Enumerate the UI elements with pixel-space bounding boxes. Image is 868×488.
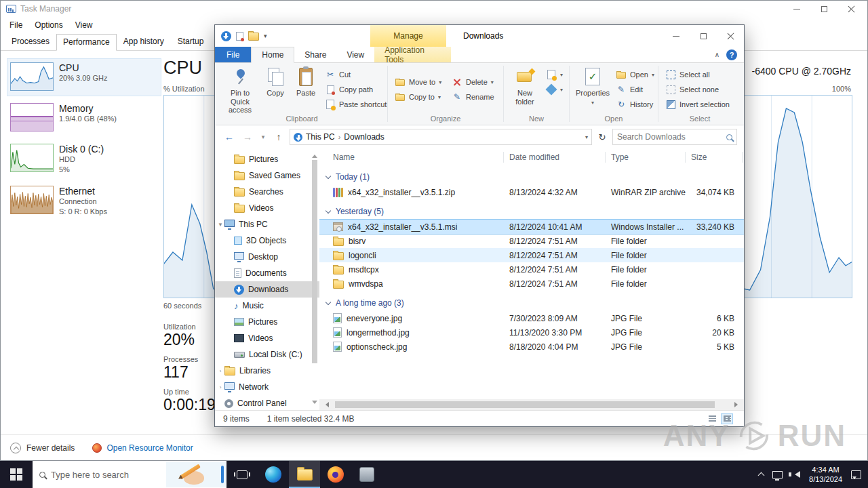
perf-item-memory[interactable]: Memory 1.9/4.0 GB (48%) bbox=[7, 100, 161, 136]
file-row-folder-wmvdspa[interactable]: wmvdspa 8/12/2024 7:51 AM File folder bbox=[319, 277, 744, 291]
edit-button[interactable]: ✎ Edit bbox=[612, 82, 654, 97]
edge-browser-button[interactable] bbox=[258, 461, 289, 488]
column-header-date-modified[interactable]: Date modified bbox=[504, 152, 606, 163]
search-highlight-image[interactable] bbox=[166, 462, 226, 487]
explorer-close-button[interactable] bbox=[717, 25, 744, 47]
tm-close-button[interactable] bbox=[837, 1, 865, 17]
tab-startup[interactable]: Startup bbox=[171, 33, 211, 50]
file-row-jpg-longermethod[interactable]: longermethod.jpg 11/13/2020 3:30 PM JPG … bbox=[319, 325, 744, 340]
group-header-long-time-ago[interactable]: A long time ago (3) bbox=[319, 295, 744, 311]
nav-item-libraries[interactable]: ›Libraries bbox=[215, 363, 319, 379]
tab-home[interactable]: Home bbox=[251, 47, 294, 63]
breadcrumb-this-pc[interactable]: This PC bbox=[306, 132, 335, 142]
nav-item-downloads[interactable]: Downloads bbox=[215, 281, 319, 298]
perf-item-ethernet[interactable]: Ethernet Connection S: 0 R: 0 Kbps bbox=[7, 182, 161, 220]
file-row-folder-msdtcpx[interactable]: msdtcpx 8/12/2024 7:51 AM File folder bbox=[319, 262, 744, 277]
nav-item-local-disk-c[interactable]: Local Disk (C:) bbox=[215, 346, 319, 363]
tm-minimize-button[interactable] bbox=[783, 1, 810, 17]
horizontal-scrollbar[interactable] bbox=[319, 399, 744, 410]
menu-file[interactable]: File bbox=[3, 18, 28, 32]
file-row-folder-bisrv[interactable]: bisrv 8/12/2024 7:51 AM File folder bbox=[319, 234, 744, 248]
recent-locations-dropdown-icon[interactable]: ▾ bbox=[258, 134, 268, 140]
pin-to-quick-access-button[interactable]: Pin to Quick access bbox=[220, 64, 260, 115]
speaker-icon[interactable] bbox=[791, 471, 800, 478]
expander-closed-icon[interactable]: › bbox=[217, 384, 224, 390]
open-resource-monitor-link[interactable]: Open Resource Monitor bbox=[92, 443, 193, 453]
tab-view[interactable]: View bbox=[336, 47, 374, 62]
cut-button[interactable]: ✂ Cut bbox=[321, 67, 384, 82]
group-header-today[interactable]: Today (1) bbox=[319, 169, 744, 185]
explorer-minimize-button[interactable] bbox=[663, 25, 690, 47]
file-row-jpg-eneveryone[interactable]: eneveryone.jpg 7/30/2023 8:09 AM JPG Fil… bbox=[319, 311, 744, 325]
scrollbar-thumb[interactable] bbox=[312, 160, 317, 363]
nav-item-pictures-quickaccess[interactable]: Pictures bbox=[215, 151, 319, 167]
scroll-left-icon[interactable] bbox=[323, 402, 329, 407]
paste-shortcut-button[interactable]: Paste shortcut bbox=[321, 97, 384, 112]
file-row-zip[interactable]: x64_x32_installer__v3.5.1.zip 8/13/2024 … bbox=[319, 185, 744, 199]
nav-item-music[interactable]: ♪Music bbox=[215, 298, 319, 314]
new-folder-button[interactable]: New folder bbox=[507, 64, 542, 115]
nav-item-control-panel[interactable]: Control Panel bbox=[215, 395, 319, 410]
expander-open-icon[interactable]: ▼ bbox=[217, 222, 224, 228]
taskbar-search-input[interactable] bbox=[51, 470, 139, 480]
forward-button[interactable]: → bbox=[240, 131, 255, 142]
nav-item-this-pc[interactable]: ▼This PC bbox=[215, 216, 319, 232]
show-hidden-icons-chevron[interactable] bbox=[758, 472, 765, 479]
tab-processes[interactable]: Processes bbox=[5, 33, 56, 50]
column-header-type[interactable]: Type bbox=[606, 152, 686, 163]
expander-closed-icon[interactable]: › bbox=[217, 368, 224, 374]
refresh-button[interactable]: ↻ bbox=[595, 132, 609, 142]
delete-button[interactable]: Delete ▾ bbox=[448, 75, 500, 89]
open-button[interactable]: Open ▾ bbox=[612, 67, 654, 82]
qat-customize-dropdown-icon[interactable]: ▾ bbox=[264, 33, 267, 39]
scroll-right-icon[interactable] bbox=[734, 402, 741, 407]
select-none-button[interactable]: Select none bbox=[662, 82, 738, 97]
taskbar-clock[interactable]: 4:34 AM 8/13/2024 bbox=[809, 465, 842, 485]
taskbar-search-box[interactable] bbox=[33, 461, 226, 488]
invert-selection-button[interactable]: Invert selection bbox=[662, 97, 738, 112]
group-header-yesterday[interactable]: Yesterday (5) bbox=[319, 203, 744, 220]
explorer-search-input[interactable] bbox=[617, 132, 726, 142]
new-item-button[interactable]: ▾ bbox=[542, 67, 566, 82]
perf-item-disk[interactable]: Disk 0 (C:) HDD 5% bbox=[7, 140, 161, 178]
qat-new-folder-icon[interactable] bbox=[248, 33, 259, 41]
start-button[interactable] bbox=[0, 461, 33, 488]
menu-view[interactable]: View bbox=[69, 18, 99, 32]
easy-access-button[interactable]: ▾ bbox=[542, 82, 566, 97]
nav-item-videos-quickaccess[interactable]: Videos bbox=[215, 200, 319, 216]
file-row-msi-selected[interactable]: x64_x32_installer__v3.5.1.msi 8/12/2024 … bbox=[319, 220, 744, 234]
tab-app-history[interactable]: App history bbox=[117, 33, 171, 50]
breadcrumb-downloads[interactable]: Downloads bbox=[344, 132, 384, 142]
nav-item-network[interactable]: ›Network bbox=[215, 379, 319, 395]
ribbon-collapse-icon[interactable]: ∧ bbox=[715, 51, 719, 58]
scroll-up-icon[interactable] bbox=[312, 152, 317, 158]
rename-button[interactable]: ✎ Rename bbox=[448, 89, 500, 104]
back-button[interactable]: ← bbox=[222, 131, 237, 142]
column-header-size[interactable]: Size bbox=[686, 152, 743, 163]
scroll-down-icon[interactable] bbox=[312, 401, 317, 407]
task-view-button[interactable] bbox=[226, 461, 258, 488]
qat-properties-icon[interactable] bbox=[236, 32, 243, 41]
select-all-button[interactable]: Select all bbox=[662, 67, 738, 82]
nav-item-searches[interactable]: Searches bbox=[215, 184, 319, 200]
copy-path-button[interactable]: Copy path bbox=[321, 82, 384, 97]
tab-share[interactable]: Share bbox=[294, 47, 336, 62]
action-center-icon[interactable] bbox=[851, 470, 861, 479]
perf-item-cpu[interactable]: CPU 20% 3.09 GHz bbox=[7, 59, 161, 96]
paste-button[interactable]: Paste bbox=[290, 64, 321, 115]
properties-button[interactable]: ✓ Properties ▾ bbox=[573, 64, 612, 115]
nav-item-desktop[interactable]: Desktop bbox=[215, 249, 319, 265]
tab-file-menu[interactable]: File bbox=[215, 47, 251, 62]
details-view-toggle[interactable] bbox=[721, 413, 733, 424]
network-icon[interactable] bbox=[772, 471, 783, 479]
explorer-maximize-button[interactable] bbox=[690, 25, 717, 47]
file-row-folder-logoncli[interactable]: logoncli 8/12/2024 7:51 AM File folder bbox=[319, 248, 744, 262]
nav-item-documents[interactable]: Documents bbox=[215, 265, 319, 281]
copy-button[interactable]: Copy bbox=[260, 64, 290, 115]
tab-application-tools[interactable]: Application Tools bbox=[374, 47, 451, 62]
explorer-search-box[interactable] bbox=[612, 129, 737, 145]
nav-scrollbar[interactable] bbox=[311, 150, 319, 409]
move-to-button[interactable]: Move to ▾ bbox=[391, 75, 448, 89]
file-row-jpg-optionscheck[interactable]: optionscheck.jpg 8/18/2020 4:04 PM JPG F… bbox=[319, 340, 744, 354]
history-button[interactable]: ↻ History bbox=[612, 97, 654, 112]
